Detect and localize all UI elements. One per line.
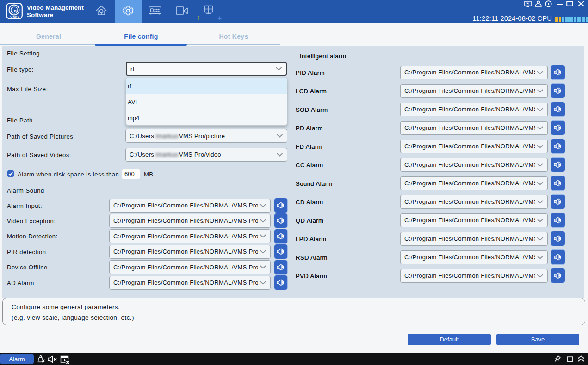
svg-text:VMS: VMS [10, 15, 19, 19]
